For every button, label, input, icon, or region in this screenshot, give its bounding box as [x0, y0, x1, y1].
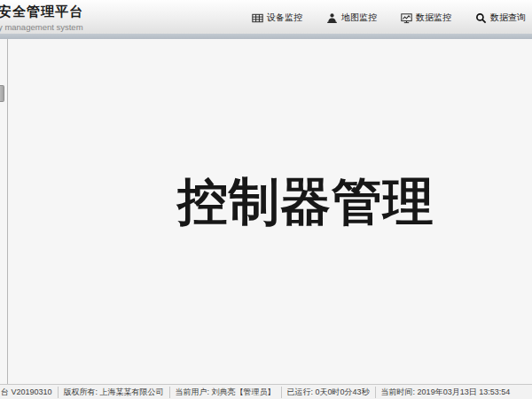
nav-item-data-monitor[interactable]: 数据监控	[401, 12, 451, 24]
app-brand: 安全管理平台 y management system	[0, 4, 83, 32]
device-grid-icon	[252, 12, 263, 24]
status-uptime: 已运行: 0天0时0分43秒	[281, 387, 375, 398]
search-icon	[475, 12, 487, 24]
sidebar-divider	[7, 39, 8, 384]
status-current-user: 当前用户: 刘典亮【管理员】	[169, 387, 281, 398]
nav-label: 数据监控	[416, 12, 451, 24]
app-header: 安全管理平台 y management system 设备监控	[0, 0, 532, 34]
nav-label: 地图监控	[341, 12, 377, 24]
main-content: 控制器管理	[0, 39, 532, 384]
status-bar: 台 V20190310 版权所有: 上海某某有限公司 当前用户: 刘典亮【管理员…	[0, 384, 532, 399]
data-monitor-icon	[401, 12, 412, 24]
app-title: 安全管理平台	[0, 4, 83, 20]
page-title: 控制器管理	[177, 168, 434, 237]
sidebar-collapse-handle[interactable]	[0, 85, 4, 102]
nav-item-data-query[interactable]: 数据查询	[475, 12, 526, 24]
status-version: 台 V20190310	[1, 387, 58, 398]
nav-item-map-monitor[interactable]: 地图监控	[326, 12, 377, 24]
status-copyright: 版权所有: 上海某某有限公司	[58, 387, 169, 398]
map-pin-icon	[326, 12, 338, 24]
app-subtitle: y management system	[0, 22, 83, 32]
nav-label: 数据查询	[490, 12, 526, 24]
nav-item-device-monitor[interactable]: 设备监控	[252, 12, 302, 24]
nav-label: 设备监控	[267, 12, 302, 24]
top-nav: 设备监控 地图监控 数据监控	[252, 0, 526, 35]
status-current-time: 当前时间: 2019年03月13日 13:53:54	[375, 387, 516, 398]
